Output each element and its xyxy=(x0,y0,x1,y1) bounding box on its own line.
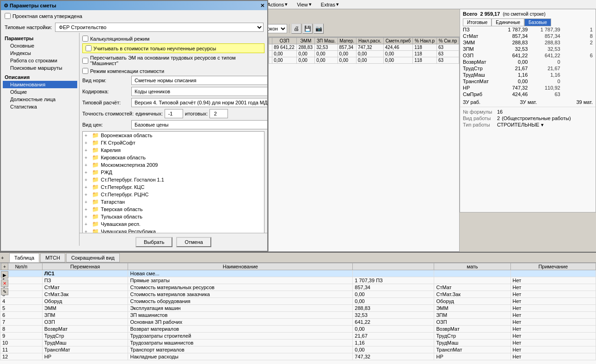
recalc-em-checkbox[interactable] xyxy=(82,58,88,64)
select-button[interactable]: Выбрать xyxy=(135,237,172,247)
table-row[interactable]: 8 ВозврМат Возврат материалов 0,00 Возвр… xyxy=(0,326,596,333)
tree-naimenovaniya[interactable]: Наименования xyxy=(3,81,77,88)
tree-expand-icon[interactable]: + xyxy=(85,133,90,138)
tree-list-item[interactable]: +📁Ст.Петербург. КЦС xyxy=(83,183,257,191)
table-row[interactable]: ЛС1 Новая сме... xyxy=(0,270,596,277)
vid-tsen-combo[interactable]: Базовые цены xyxy=(131,120,267,129)
tree-list-item[interactable]: +📁Карелия xyxy=(83,146,257,154)
menu-view[interactable]: View ▾ xyxy=(294,0,314,8)
table-row[interactable]: 0,000,000,000,000,000,0011863 xyxy=(269,51,459,57)
calc-mode-checkbox[interactable] xyxy=(82,36,88,42)
table-row[interactable]: 9 ТрудСтр Трудозатраты строителей 21,67 … xyxy=(0,333,596,340)
tree-expand-icon[interactable]: + xyxy=(85,177,90,182)
tab-bazovye[interactable]: Базовые xyxy=(524,18,551,26)
vid-norm-combo[interactable]: Сметные нормы списания xyxy=(131,76,267,85)
table-row[interactable]: 12 НР Накладные расходы 747,32 НР Нет xyxy=(0,353,596,360)
kodirovka-combo[interactable]: Коды ценников xyxy=(131,87,267,96)
totals-row: СтМат 857,34 857,34 8 xyxy=(463,33,593,39)
tree-list-item[interactable]: +📁Тульская область xyxy=(83,213,257,220)
tree-statistika[interactable]: Статистика xyxy=(3,103,77,110)
tab-itogovye[interactable]: Итоговые xyxy=(463,18,492,26)
cell-num: 6 xyxy=(0,312,43,319)
folder-icon: 📁 xyxy=(92,184,99,190)
edinichnykh-spin[interactable] xyxy=(165,109,183,118)
totals-row-val2: 32,53 xyxy=(533,46,560,52)
table-row[interactable]: 3 СтМат.Зак Стоимость материалов заказчи… xyxy=(0,291,596,298)
toolbar-save-btn[interactable]: 💾 xyxy=(302,24,313,34)
side-icon-add[interactable]: + xyxy=(1,263,8,270)
tab-tablica[interactable]: Таблица xyxy=(9,253,39,262)
tree-expand-icon[interactable]: + xyxy=(85,140,90,146)
table-row[interactable]: 11 ТранспМат Транспорт материалов 0,00 Т… xyxy=(0,346,596,353)
close-icon[interactable]: ✕ xyxy=(260,3,264,9)
tree-list-item[interactable]: +📁Кировская область xyxy=(83,154,257,161)
tab-mtsn[interactable]: МТСН xyxy=(40,253,65,262)
table-row[interactable]: 4 Оборуд Стоимость оборудования 0,00 Обо… xyxy=(0,298,596,305)
comp-mode-checkbox[interactable] xyxy=(82,68,88,74)
tipovoy-rasch-combo[interactable]: Версия 4. Типовой расчёт (0.94) для норм… xyxy=(131,98,267,107)
tree-list-item[interactable]: +📁Ст.Петербург. РЦНС xyxy=(83,191,257,198)
tree-list-item[interactable]: +📁Москомэкспертиза 2009 xyxy=(83,161,257,169)
cancel-button[interactable]: Отмена xyxy=(176,237,211,247)
cell-val: 747,32 xyxy=(353,353,434,360)
tree-list-item[interactable]: +📁Татарстан xyxy=(83,198,257,206)
tree-expand-icon[interactable]: + xyxy=(85,200,90,205)
side-icon-delete[interactable]: ✕ xyxy=(1,279,8,287)
col-header-nakl: Накл.расх. xyxy=(356,38,383,44)
tree-list-item[interactable]: +📁Ст.Петербург. Госталон 1.1 xyxy=(83,176,257,183)
table-row[interactable]: 7 ОЗП Основная ЗП рабочих 641,22 ОЗП Нет xyxy=(0,319,596,326)
tree-expand-icon[interactable]: + xyxy=(85,192,90,197)
table-row[interactable]: 89 641,22288,8332,53857,34747,32424,4611… xyxy=(269,44,459,51)
table-row[interactable]: 10 ТрудМаш Трудозатраты машинистов 1,16 … xyxy=(0,340,596,346)
totals-row: НР 747,32 110,92 xyxy=(463,85,593,91)
tree-expand-icon[interactable]: + xyxy=(85,170,90,175)
tab-sokrashchennyy[interactable]: Сокращенный вид xyxy=(66,253,120,262)
type-settings-combo[interactable]: ФЕР Строительство xyxy=(55,23,264,32)
view-label: View xyxy=(297,2,308,7)
tip-raboty-label: Тип работы xyxy=(463,122,495,128)
tree-list-item[interactable]: +📁Воронежская область xyxy=(83,132,257,139)
tree-list-item[interactable]: +📁Тверская область xyxy=(83,206,257,213)
vid-raboty-val: 2 xyxy=(497,115,500,121)
tree-osnovnye[interactable]: Основные xyxy=(3,42,77,49)
tree-work-rows[interactable]: Работа со строками xyxy=(3,57,77,64)
right-panel: Всего 2 959,17 (по сметной строке) Итого… xyxy=(460,9,596,212)
toolbar-print-btn[interactable]: 🖨 xyxy=(291,24,301,34)
tip-raboty-dropdown-icon[interactable]: ▾ xyxy=(541,122,544,128)
project-confirmed-checkbox[interactable] xyxy=(5,13,11,19)
tree-expand-icon[interactable]: + xyxy=(85,155,90,160)
tree-item-label: ГК СтройСофт xyxy=(101,140,135,146)
menu-actions[interactable]: Actions ▾ xyxy=(264,0,290,8)
tree-dolzhnostnye[interactable]: Должностные лица xyxy=(3,96,77,103)
totals-tabs: Итоговые Единичные Базовые xyxy=(463,18,593,26)
cell-num: 5 xyxy=(0,305,43,312)
highlighted-resources-checkbox[interactable] xyxy=(86,45,92,51)
table-row[interactable]: 5 ЭММ Эксплуатация машин 288,83 ЭММ Нет xyxy=(0,305,596,312)
tree-list-item[interactable]: +📁РЖД xyxy=(83,169,257,176)
tree-obshchie[interactable]: Общие xyxy=(3,88,77,96)
tree-list-item[interactable]: +📁ГК СтройСофт xyxy=(83,139,257,146)
tree-expand-icon[interactable]: + xyxy=(85,148,90,153)
table-row[interactable]: 0,000,000,000,000,000,0011863 xyxy=(269,57,459,64)
side-icon-arrow-right[interactable]: ▶ xyxy=(1,271,8,279)
tab-edinichnye[interactable]: Единичные xyxy=(492,18,524,26)
table-row[interactable]: 1 ПЗ Прямые затраты 1 707,39 ПЗ Нет xyxy=(0,277,596,284)
tree-expand-icon[interactable]: + xyxy=(85,222,90,227)
add-tab-btn[interactable]: + xyxy=(1,255,4,261)
tree-expand-icon[interactable]: + xyxy=(85,163,90,168)
tree-list-item[interactable]: +📁Чувашская респ. xyxy=(83,220,257,228)
totals-row: ТрудМаш 1,16 1,16 xyxy=(463,72,593,78)
tree-expand-icon[interactable]: + xyxy=(85,207,90,212)
table-row[interactable]: 2 СтМат Стоимость материальных ресурсов … xyxy=(0,284,596,291)
table-row[interactable]: 6 ЗПМ ЗП машинистов 32,53 ЗПМ Нет xyxy=(0,312,596,319)
tree-expand-icon[interactable]: + xyxy=(85,185,90,190)
side-icon-edit[interactable]: ✎ xyxy=(1,288,8,295)
tree-expand-icon[interactable]: + xyxy=(85,214,90,219)
totals-row-val1: 747,32 xyxy=(500,85,528,91)
menu-extras[interactable]: Extras ▾ xyxy=(318,0,342,8)
cell-name: ЗП машинистов xyxy=(128,312,353,319)
toolbar-camera-btn[interactable]: 📷 xyxy=(313,24,324,34)
tree-indeksy[interactable]: Индексы xyxy=(3,49,77,57)
itogovykh-spin[interactable] xyxy=(209,109,228,118)
tree-search-routes[interactable]: Поисковые маршруты xyxy=(3,64,77,72)
